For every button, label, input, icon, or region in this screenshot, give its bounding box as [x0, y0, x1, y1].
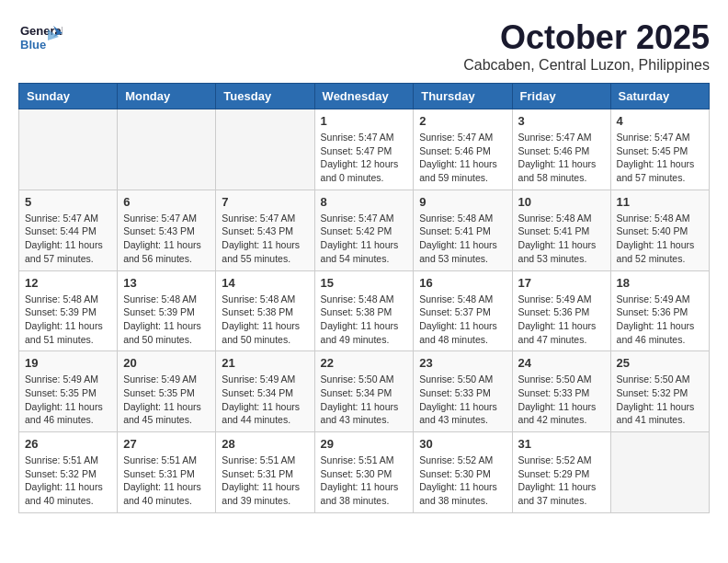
calendar-day-cell: 29Sunrise: 5:51 AMSunset: 5:30 PMDayligh…	[314, 432, 414, 513]
day-number: 10	[518, 195, 605, 209]
calendar-day-cell: 9Sunrise: 5:48 AMSunset: 5:41 PMDaylight…	[414, 190, 512, 270]
day-info: Sunrise: 5:48 AMSunset: 5:41 PMDaylight:…	[419, 212, 506, 266]
day-info: Sunrise: 5:50 AMSunset: 5:34 PMDaylight:…	[321, 373, 408, 427]
day-number: 6	[123, 195, 210, 209]
day-number: 13	[123, 276, 210, 290]
calendar-day-cell: 19Sunrise: 5:49 AMSunset: 5:35 PMDayligh…	[19, 351, 118, 432]
title-section: October 2025 Cabcaben, Central Luzon, Ph…	[463, 18, 710, 74]
day-info: Sunrise: 5:48 AMSunset: 5:39 PMDaylight:…	[123, 293, 210, 347]
location-title: Cabcaben, Central Luzon, Philippines	[463, 57, 710, 74]
day-number: 9	[419, 195, 506, 209]
day-info: Sunrise: 5:49 AMSunset: 5:35 PMDaylight:…	[123, 373, 210, 427]
day-info: Sunrise: 5:47 AMSunset: 5:43 PMDaylight:…	[222, 212, 308, 266]
calendar-day-cell: 20Sunrise: 5:49 AMSunset: 5:35 PMDayligh…	[118, 351, 216, 432]
day-number: 24	[518, 356, 605, 370]
calendar-day-cell: 7Sunrise: 5:47 AMSunset: 5:43 PMDaylight…	[216, 190, 314, 270]
day-number: 11	[617, 195, 703, 209]
day-number: 30	[419, 437, 506, 451]
page-header: General Blue October 2025 Cabcaben, Cent…	[18, 18, 710, 74]
calendar-day-cell: 28Sunrise: 5:51 AMSunset: 5:31 PMDayligh…	[216, 432, 314, 513]
day-info: Sunrise: 5:52 AMSunset: 5:29 PMDaylight:…	[518, 454, 605, 508]
calendar-day-cell	[19, 109, 118, 190]
svg-text:Blue: Blue	[20, 38, 46, 52]
calendar-table: SundayMondayTuesdayWednesdayThursdayFrid…	[18, 83, 710, 513]
day-number: 26	[25, 437, 111, 451]
day-of-week-header: Thursday	[414, 84, 512, 109]
calendar-day-cell	[118, 109, 216, 190]
day-number: 1	[321, 114, 408, 128]
calendar-week-row: 5Sunrise: 5:47 AMSunset: 5:44 PMDaylight…	[19, 190, 710, 270]
day-info: Sunrise: 5:47 AMSunset: 5:46 PMDaylight:…	[419, 131, 506, 185]
calendar-day-cell: 24Sunrise: 5:50 AMSunset: 5:33 PMDayligh…	[512, 351, 610, 432]
calendar-day-cell: 12Sunrise: 5:48 AMSunset: 5:39 PMDayligh…	[19, 270, 118, 351]
calendar-week-row: 12Sunrise: 5:48 AMSunset: 5:39 PMDayligh…	[19, 270, 710, 351]
day-number: 14	[222, 276, 308, 290]
calendar-day-cell	[216, 109, 314, 190]
day-info: Sunrise: 5:48 AMSunset: 5:38 PMDaylight:…	[321, 293, 408, 347]
calendar-day-cell: 21Sunrise: 5:49 AMSunset: 5:34 PMDayligh…	[216, 351, 314, 432]
day-info: Sunrise: 5:49 AMSunset: 5:36 PMDaylight:…	[518, 293, 605, 347]
day-number: 28	[222, 437, 308, 451]
calendar-day-cell: 30Sunrise: 5:52 AMSunset: 5:30 PMDayligh…	[414, 432, 512, 513]
logo: General Blue	[18, 18, 64, 55]
day-info: Sunrise: 5:47 AMSunset: 5:42 PMDaylight:…	[321, 212, 408, 266]
day-number: 23	[419, 356, 506, 370]
day-info: Sunrise: 5:51 AMSunset: 5:31 PMDaylight:…	[123, 454, 210, 508]
day-info: Sunrise: 5:47 AMSunset: 5:47 PMDaylight:…	[321, 131, 408, 185]
day-info: Sunrise: 5:47 AMSunset: 5:45 PMDaylight:…	[617, 131, 703, 185]
calendar-day-cell: 26Sunrise: 5:51 AMSunset: 5:32 PMDayligh…	[19, 432, 118, 513]
calendar-day-cell: 13Sunrise: 5:48 AMSunset: 5:39 PMDayligh…	[118, 270, 216, 351]
day-number: 16	[419, 276, 506, 290]
day-number: 29	[321, 437, 408, 451]
day-number: 21	[222, 356, 308, 370]
calendar-day-cell: 25Sunrise: 5:50 AMSunset: 5:32 PMDayligh…	[610, 351, 709, 432]
calendar-week-row: 26Sunrise: 5:51 AMSunset: 5:32 PMDayligh…	[19, 432, 710, 513]
calendar-day-cell: 14Sunrise: 5:48 AMSunset: 5:38 PMDayligh…	[216, 270, 314, 351]
day-info: Sunrise: 5:48 AMSunset: 5:37 PMDaylight:…	[419, 293, 506, 347]
day-of-week-header: Sunday	[19, 84, 118, 109]
month-title: October 2025	[463, 18, 710, 57]
calendar-day-cell	[610, 432, 709, 513]
calendar-day-cell: 10Sunrise: 5:48 AMSunset: 5:41 PMDayligh…	[512, 190, 610, 270]
calendar-day-cell: 2Sunrise: 5:47 AMSunset: 5:46 PMDaylight…	[414, 109, 512, 190]
day-number: 15	[321, 276, 408, 290]
day-info: Sunrise: 5:48 AMSunset: 5:38 PMDaylight:…	[222, 293, 308, 347]
day-number: 7	[222, 195, 308, 209]
calendar-day-cell: 15Sunrise: 5:48 AMSunset: 5:38 PMDayligh…	[314, 270, 414, 351]
calendar-day-cell: 8Sunrise: 5:47 AMSunset: 5:42 PMDaylight…	[314, 190, 414, 270]
day-of-week-header: Tuesday	[216, 84, 314, 109]
day-info: Sunrise: 5:47 AMSunset: 5:46 PMDaylight:…	[518, 131, 605, 185]
calendar-day-cell: 27Sunrise: 5:51 AMSunset: 5:31 PMDayligh…	[118, 432, 216, 513]
day-of-week-header: Saturday	[610, 84, 709, 109]
calendar-day-cell: 31Sunrise: 5:52 AMSunset: 5:29 PMDayligh…	[512, 432, 610, 513]
day-number: 8	[321, 195, 408, 209]
day-number: 31	[518, 437, 605, 451]
day-info: Sunrise: 5:48 AMSunset: 5:39 PMDaylight:…	[25, 293, 111, 347]
calendar-day-cell: 16Sunrise: 5:48 AMSunset: 5:37 PMDayligh…	[414, 270, 512, 351]
calendar-day-cell: 22Sunrise: 5:50 AMSunset: 5:34 PMDayligh…	[314, 351, 414, 432]
day-of-week-header: Monday	[118, 84, 216, 109]
day-number: 17	[518, 276, 605, 290]
day-info: Sunrise: 5:48 AMSunset: 5:41 PMDaylight:…	[518, 212, 605, 266]
day-info: Sunrise: 5:47 AMSunset: 5:43 PMDaylight:…	[123, 212, 210, 266]
day-info: Sunrise: 5:50 AMSunset: 5:33 PMDaylight:…	[419, 373, 506, 427]
calendar-day-cell: 3Sunrise: 5:47 AMSunset: 5:46 PMDaylight…	[512, 109, 610, 190]
day-info: Sunrise: 5:49 AMSunset: 5:34 PMDaylight:…	[222, 373, 308, 427]
logo-icon: General Blue	[18, 18, 63, 55]
day-number: 19	[25, 356, 111, 370]
day-info: Sunrise: 5:50 AMSunset: 5:33 PMDaylight:…	[518, 373, 605, 427]
calendar-week-row: 1Sunrise: 5:47 AMSunset: 5:47 PMDaylight…	[19, 109, 710, 190]
calendar-day-cell: 5Sunrise: 5:47 AMSunset: 5:44 PMDaylight…	[19, 190, 118, 270]
day-number: 27	[123, 437, 210, 451]
day-number: 22	[321, 356, 408, 370]
calendar-day-cell: 23Sunrise: 5:50 AMSunset: 5:33 PMDayligh…	[414, 351, 512, 432]
calendar-day-cell: 17Sunrise: 5:49 AMSunset: 5:36 PMDayligh…	[512, 270, 610, 351]
day-info: Sunrise: 5:47 AMSunset: 5:44 PMDaylight:…	[25, 212, 111, 266]
day-info: Sunrise: 5:51 AMSunset: 5:31 PMDaylight:…	[222, 454, 308, 508]
calendar-day-cell: 4Sunrise: 5:47 AMSunset: 5:45 PMDaylight…	[610, 109, 709, 190]
day-number: 5	[25, 195, 111, 209]
day-of-week-header: Wednesday	[314, 84, 414, 109]
day-info: Sunrise: 5:50 AMSunset: 5:32 PMDaylight:…	[617, 373, 703, 427]
calendar-header-row: SundayMondayTuesdayWednesdayThursdayFrid…	[19, 84, 710, 109]
day-number: 4	[617, 114, 703, 128]
